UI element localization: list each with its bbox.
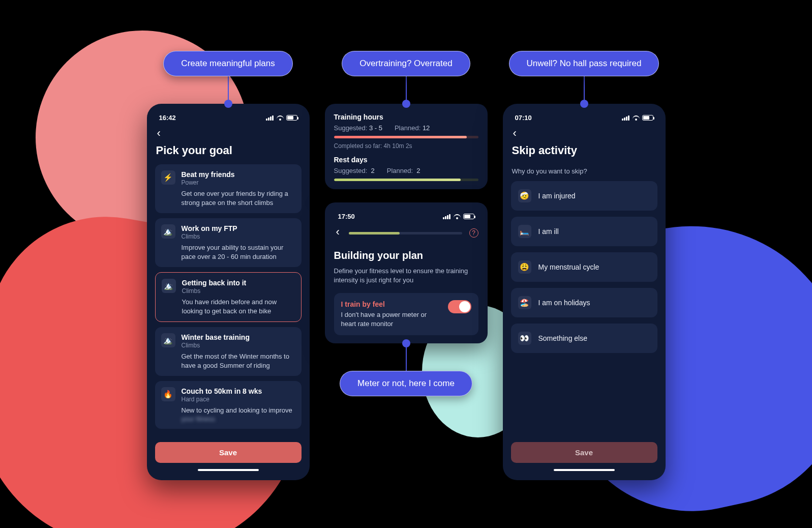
battery-icon	[463, 214, 474, 219]
skip-option-other[interactable]: 👀 Something else	[511, 324, 657, 353]
injured-icon: 🤕	[518, 189, 531, 202]
skip-option-holidays[interactable]: 🏖️ I am on holidays	[511, 288, 657, 317]
goal-title: Winter base training	[182, 333, 295, 341]
goal-ftp[interactable]: 🏔️ Work on my FTP Climbs Improve your ab…	[155, 218, 302, 267]
mountain-icon: 🏔️	[161, 224, 175, 239]
goal-tag: Climbs	[182, 342, 295, 349]
page-subtitle: Define your fitness level to ensure the …	[334, 267, 478, 285]
planned-label: Planned:	[395, 124, 420, 132]
goal-desc: New to cycling and looking to improve	[182, 406, 295, 415]
phone-build-plan: 17:50 ‹ ? Building your plan Define your…	[325, 202, 488, 343]
save-button[interactable]: Save	[511, 442, 657, 463]
save-button[interactable]: Save	[155, 442, 302, 463]
goal-beat-friends[interactable]: ⚡ Beat my friends Power Get one over you…	[155, 164, 302, 213]
goal-tag: Climbs	[182, 287, 295, 295]
mountain-icon: 🏔️	[162, 279, 176, 293]
training-summary-panel: Training hours Suggested: 3 - 5 Planned:…	[325, 104, 488, 189]
option-label: I am ill	[538, 227, 559, 236]
clock: 07:10	[515, 114, 532, 122]
goal-desc: Get one over your friends by riding a st…	[182, 189, 295, 207]
clock: 17:50	[338, 213, 355, 220]
train-by-feel-toggle[interactable]	[448, 300, 471, 313]
pill-create-plans: Create meaningful plans	[163, 51, 292, 76]
phone-skip-activity: 07:10 ‹ Skip activity Why do you want to…	[503, 104, 666, 480]
help-icon[interactable]: ?	[469, 228, 478, 238]
skip-prompt: Why do you want to skip?	[512, 167, 657, 175]
page-title: Building your plan	[334, 250, 478, 261]
signal-icon	[443, 214, 451, 219]
option-label: I am on holidays	[538, 299, 590, 307]
hours-progress-bar	[334, 136, 478, 138]
wifi-icon	[454, 214, 461, 219]
connector-line	[406, 76, 407, 104]
eyes-icon: 👀	[518, 332, 531, 345]
pill-overtraining: Overtraining? Overrated	[342, 51, 470, 76]
goal-tag: Climbs	[182, 233, 295, 240]
battery-icon	[286, 115, 297, 121]
weary-icon: 😩	[518, 260, 531, 274]
phone-pick-goal: 16:42 ‹ Pick your goal ⚡ Beat my friends…	[147, 104, 310, 480]
train-by-feel-card[interactable]: I train by feel I don't have a power met…	[334, 293, 478, 335]
option-label: My menstrual cycle	[538, 263, 599, 271]
rest-planned: 2	[416, 167, 420, 174]
fire-icon: 🔥	[161, 387, 175, 401]
rest-progress-bar	[334, 179, 478, 181]
page-title: Pick your goal	[156, 144, 302, 157]
status-bar: 17:50	[334, 211, 478, 225]
goal-tag: Hard pace	[182, 396, 295, 403]
goal-title: Couch to 50km in 8 wks	[182, 387, 295, 395]
rest-days-row: Suggested: 2 Planned: 2	[334, 167, 478, 174]
back-button[interactable]: ‹	[334, 225, 342, 241]
skip-option-injured[interactable]: 🤕 I am injured	[511, 181, 657, 211]
goal-title: Beat my friends	[182, 170, 295, 179]
connector-line	[584, 76, 585, 104]
status-bar: 16:42	[155, 112, 302, 127]
training-hours-title: Training hours	[334, 113, 478, 121]
signal-icon	[266, 115, 274, 121]
status-icons	[622, 115, 653, 121]
wifi-icon	[633, 115, 640, 121]
pill-meter-or-not: Meter or not, here I come	[340, 371, 472, 396]
goal-tag: Power	[182, 179, 295, 186]
goal-desc-blurred: your fitness	[182, 415, 295, 423]
step-progress	[349, 232, 462, 234]
training-hours-row: Suggested: 3 - 5 Planned: 12	[334, 124, 478, 132]
planned-hours: 12	[423, 124, 430, 132]
suggested-label: Suggested:	[334, 124, 368, 132]
completed-so-far: Completed so far: 4h 10m 2s	[334, 142, 478, 150]
wifi-icon	[277, 115, 284, 121]
pill-unwell: Unwell? No hall pass required	[509, 51, 659, 76]
status-icons	[443, 214, 474, 219]
option-label: I am injured	[538, 192, 576, 200]
back-button[interactable]: ‹	[155, 127, 302, 142]
clock: 16:42	[159, 114, 176, 122]
page-title: Skip activity	[512, 144, 657, 157]
home-indicator[interactable]	[198, 469, 259, 471]
skip-option-menstrual[interactable]: 😩 My menstrual cycle	[511, 252, 657, 282]
connector-line	[406, 343, 407, 371]
goal-desc: Get the most of the Winter months to hav…	[182, 352, 295, 370]
back-button[interactable]: ‹	[511, 127, 657, 142]
goal-desc: Improve your ability to sustain your pac…	[182, 243, 295, 261]
signal-icon	[622, 115, 630, 121]
status-icons	[266, 115, 297, 121]
mountain-icon: 🏔️	[161, 333, 175, 347]
goal-desc: You have ridden before and now looking t…	[182, 298, 295, 315]
battery-icon	[642, 115, 653, 121]
goal-winter-base[interactable]: 🏔️ Winter base training Climbs Get the m…	[155, 327, 302, 376]
goal-title: Getting back into it	[182, 279, 295, 287]
rest-suggested: 2	[371, 167, 375, 174]
bed-icon: 🛏️	[518, 225, 531, 238]
switch-sub: I don't have a power meter or heart rate…	[341, 310, 441, 328]
goal-getting-back[interactable]: 🏔️ Getting back into it Climbs You have …	[155, 272, 302, 322]
lightning-icon: ⚡	[161, 170, 175, 185]
home-indicator[interactable]	[554, 469, 615, 471]
goal-couch-50km[interactable]: 🔥 Couch to 50km in 8 wks Hard pace New t…	[155, 381, 302, 429]
rest-days-title: Rest days	[334, 156, 478, 164]
option-label: Something else	[538, 334, 588, 342]
status-bar: 07:10	[511, 112, 657, 127]
goal-title: Work on my FTP	[182, 224, 295, 232]
skip-option-ill[interactable]: 🛏️ I am ill	[511, 217, 657, 246]
beach-icon: 🏖️	[518, 296, 531, 309]
connector-line	[228, 76, 229, 104]
